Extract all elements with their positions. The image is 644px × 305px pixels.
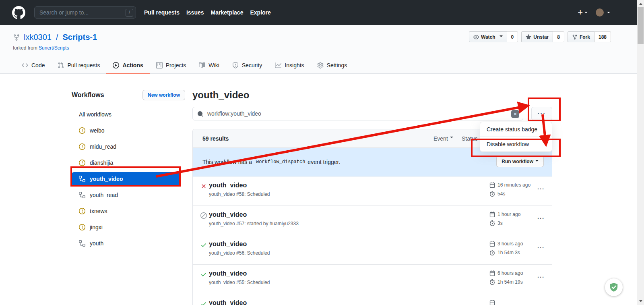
run-time: 3 hours ago bbox=[497, 241, 523, 247]
row-options-button[interactable]: ··· bbox=[537, 215, 545, 222]
avatar bbox=[596, 8, 604, 17]
repo-owner-link[interactable]: lxk0301 bbox=[24, 33, 52, 42]
page-scrollbar[interactable] bbox=[637, 0, 644, 305]
fork-button[interactable]: Fork bbox=[568, 31, 594, 42]
tab-security[interactable]: Security bbox=[226, 57, 269, 74]
run-title-link[interactable]: youth_video bbox=[209, 211, 247, 218]
sidebar-item-label: midu_read bbox=[90, 143, 116, 150]
menu-item-create-status-badge[interactable]: Create status badge bbox=[480, 122, 552, 137]
shield-check-icon bbox=[609, 282, 619, 293]
alert-icon bbox=[79, 208, 85, 214]
run-row[interactable]: youth_video youth_video #55: Scheduled 6… bbox=[193, 265, 552, 294]
star-count[interactable]: 8 bbox=[553, 31, 564, 42]
sidebar-item-jingxi[interactable]: jingxi bbox=[72, 219, 185, 235]
watch-count[interactable]: 0 bbox=[507, 31, 518, 42]
calendar-icon bbox=[489, 300, 495, 305]
create-new-dropdown[interactable]: + bbox=[578, 7, 588, 18]
search-icon bbox=[197, 111, 204, 117]
row-options-button[interactable]: ··· bbox=[537, 274, 545, 280]
sidebar-item-weibo[interactable]: weibo bbox=[72, 122, 185, 139]
new-workflow-button[interactable]: New workflow bbox=[142, 90, 185, 100]
code-icon bbox=[22, 62, 28, 68]
run-duration: 54s bbox=[497, 191, 505, 197]
sidebar-item-all-workflows[interactable]: All workflows bbox=[72, 106, 185, 122]
scrollbar-down-arrow[interactable] bbox=[637, 298, 644, 305]
tab-wiki[interactable]: Wiki bbox=[192, 57, 225, 74]
run-row[interactable]: youth_video youth_video #57: started by … bbox=[193, 206, 552, 235]
sidebar-item-youth-video[interactable]: youth_video bbox=[72, 172, 180, 186]
row-options-button[interactable]: ··· bbox=[537, 185, 545, 192]
unstar-button[interactable]: Unstar bbox=[521, 31, 553, 42]
nav-pull-requests[interactable]: Pull requests bbox=[144, 9, 180, 16]
repo-header: lxk0301 / Scripts-1 forked from Sunert/S… bbox=[0, 25, 644, 74]
tab-insights[interactable]: Insights bbox=[268, 57, 310, 74]
stopwatch-icon bbox=[489, 250, 495, 255]
runs-filter-input[interactable] bbox=[193, 107, 523, 120]
tab-projects[interactable]: Projects bbox=[150, 57, 193, 74]
status-filter-label: Status bbox=[462, 135, 478, 142]
run-title-link[interactable]: youth_video bbox=[209, 299, 247, 305]
circle-slash-icon bbox=[200, 212, 207, 219]
adguard-badge[interactable] bbox=[605, 278, 623, 296]
project-icon bbox=[156, 62, 163, 68]
book-icon bbox=[199, 62, 205, 68]
sidebar-item-txnews[interactable]: txnews bbox=[72, 203, 185, 219]
shield-icon bbox=[232, 62, 239, 68]
workflows-sidebar: Workflows New workflow All workflows wei… bbox=[72, 89, 185, 251]
run-row[interactable]: youth_video youth_video #58: Scheduled 1… bbox=[193, 176, 552, 206]
event-filter[interactable]: Event bbox=[433, 135, 453, 142]
sidebar-item-label: youth_read bbox=[90, 192, 118, 198]
scrollbar-thumb[interactable] bbox=[638, 7, 644, 44]
scrollbar-up-arrow[interactable] bbox=[637, 0, 644, 7]
nav-marketplace[interactable]: Marketplace bbox=[211, 9, 244, 16]
fork-label: Fork bbox=[580, 34, 590, 40]
tab-code[interactable]: Code bbox=[15, 57, 51, 74]
run-title-link[interactable]: youth_video bbox=[209, 241, 247, 248]
tab-settings[interactable]: Settings bbox=[311, 57, 354, 74]
check-icon bbox=[200, 301, 207, 305]
play-icon bbox=[113, 62, 119, 68]
run-title-link[interactable]: youth_video bbox=[209, 270, 247, 277]
github-logo-icon[interactable] bbox=[12, 6, 25, 19]
slash-key-hint: / bbox=[126, 9, 133, 17]
repo-title: lxk0301 / Scripts-1 bbox=[13, 33, 97, 42]
row-options-button[interactable]: ··· bbox=[537, 244, 545, 251]
global-search[interactable]: / bbox=[34, 6, 136, 19]
workflow-options-button[interactable]: ··· bbox=[531, 107, 552, 120]
menu-item-disable-workflow[interactable]: Disable workflow bbox=[480, 137, 552, 151]
forked-from-link[interactable]: Sunert/Scripts bbox=[39, 45, 69, 51]
tab-pull-requests[interactable]: Pull requests bbox=[51, 57, 106, 74]
run-title-link[interactable]: youth_video bbox=[209, 182, 247, 189]
sidebar-item-dianshijia[interactable]: dianshijia bbox=[72, 155, 185, 171]
repo-name-link[interactable]: Scripts-1 bbox=[63, 33, 97, 42]
workflow-dispatch-banner: This workflow has a workflow_dispatch ev… bbox=[193, 148, 552, 176]
x-icon bbox=[200, 183, 207, 189]
run-workflow-button[interactable]: Run workflow bbox=[496, 156, 544, 167]
unstar-label: Unstar bbox=[533, 34, 549, 40]
sidebar-item-youth[interactable]: youth bbox=[72, 235, 185, 251]
sidebar-item-midu-read[interactable]: midu_read bbox=[72, 139, 185, 155]
workflow-icon bbox=[79, 240, 85, 247]
caret-down-icon bbox=[584, 12, 588, 15]
fork-count[interactable]: 188 bbox=[594, 31, 611, 42]
tab-label: Security bbox=[242, 62, 262, 68]
run-row[interactable]: youth_video ··· bbox=[193, 294, 552, 305]
tab-label: Wiki bbox=[208, 62, 219, 68]
global-search-input[interactable] bbox=[39, 9, 126, 16]
eye-icon bbox=[473, 34, 479, 40]
watch-button[interactable]: Watch bbox=[469, 31, 507, 42]
repo-forked-icon bbox=[572, 34, 578, 40]
nav-explore[interactable]: Explore bbox=[250, 9, 270, 16]
tab-actions[interactable]: Actions bbox=[106, 57, 149, 74]
nav-issues[interactable]: Issues bbox=[186, 9, 204, 16]
watch-label: Watch bbox=[481, 34, 495, 40]
run-row[interactable]: youth_video youth_video #56: Scheduled 3… bbox=[193, 235, 552, 265]
sidebar-item-label: youth bbox=[90, 240, 103, 247]
clear-filter-button[interactable]: ✕ bbox=[511, 110, 519, 118]
sidebar-item-youth-read[interactable]: youth_read bbox=[72, 187, 185, 203]
row-options-button[interactable]: ··· bbox=[537, 303, 545, 305]
sidebar-item-label: All workflows bbox=[79, 111, 111, 118]
event-filter-label: Event bbox=[433, 135, 448, 142]
banner-text: This workflow has a bbox=[202, 159, 252, 165]
user-menu[interactable] bbox=[596, 8, 610, 17]
